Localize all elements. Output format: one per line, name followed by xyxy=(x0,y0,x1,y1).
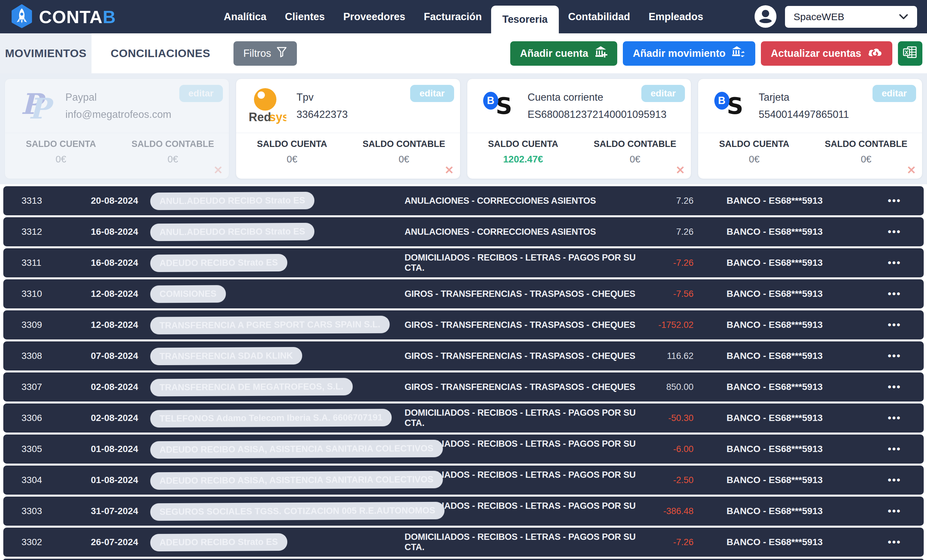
row-menu-button[interactable]: ••• xyxy=(865,195,924,206)
movement-id: 3307 xyxy=(3,382,91,392)
close-icon[interactable]: ✕ xyxy=(676,164,685,177)
movement-amount: 7.26 xyxy=(644,227,693,237)
nav-tab-tesoreria[interactable]: Tesoreria xyxy=(491,6,559,33)
account-subtitle: 336422373 xyxy=(296,109,348,120)
row-menu-button[interactable]: ••• xyxy=(865,226,924,237)
close-icon[interactable]: ✕ xyxy=(907,164,916,177)
paypal-icon: P P xyxy=(15,90,56,122)
table-row: 3305 01-08-2024 ADEUDO RECIBO ASISA, ASI… xyxy=(3,434,924,464)
movement-date: 31-07-2024 xyxy=(91,506,150,516)
movement-id: 3313 xyxy=(3,196,91,206)
ellipsis-icon: ••• xyxy=(888,537,901,548)
redacted-concept: TRANSFERENCIA SDAD KLINK xyxy=(150,347,302,365)
add-account-button[interactable]: Añadir cuenta xyxy=(510,41,617,66)
svg-text:P: P xyxy=(29,92,54,122)
refresh-accounts-button[interactable]: Actualizar cuentas xyxy=(761,41,892,66)
redacted-concept: ADEUDO RECIBO Strato ES xyxy=(150,253,287,272)
sub-toolbar: MOVIMIENTOS CONCILIACIONES Filtros Añadi… xyxy=(0,33,927,73)
movement-category: ANULACIONES - CORRECCIONES ASIENTOS xyxy=(404,196,644,206)
saldo-cuenta-value: 1202.47€ xyxy=(467,154,579,165)
saldo-cuenta-label: SALDO CUENTA xyxy=(467,139,579,149)
ellipsis-icon: ••• xyxy=(888,195,901,206)
table-row: 3309 12-08-2024 TRANSFERENCIA A PGRE SPO… xyxy=(3,310,924,340)
ellipsis-icon: ••• xyxy=(888,319,901,331)
row-menu-button[interactable]: ••• xyxy=(865,505,924,517)
ellipsis-icon: ••• xyxy=(888,257,901,269)
table-row: 3304 01-08-2024 ADEUDO RECIBO ASISA, ASI… xyxy=(3,466,924,495)
nav-tab-clientes[interactable]: Clientes xyxy=(276,0,334,33)
redacted-concept: ADEUDO RECIBO ASISA, ASISTENCIA SANITARI… xyxy=(150,470,443,490)
table-row: 3313 20-08-2024 ANUL.ADEUDO RECIBO Strat… xyxy=(3,186,924,215)
ellipsis-icon: ••• xyxy=(888,351,901,361)
movement-concept: ADEUDO RECIBO Strato ES xyxy=(150,534,404,551)
movement-concept: TRANSFERENCIA SDAD KLINK xyxy=(150,348,404,365)
table-row: 3308 07-08-2024 TRANSFERENCIA SDAD KLINK… xyxy=(3,341,924,370)
chevron-down-icon xyxy=(899,11,909,23)
movement-category: DOMICILIADOS - RECIBOS - LETRAS - PAGOS … xyxy=(404,532,644,552)
row-menu-button[interactable]: ••• xyxy=(865,381,924,393)
row-menu-button[interactable]: ••• xyxy=(865,413,924,423)
saldo-cuenta-value: 0€ xyxy=(5,154,117,165)
brand-name: CONTAB xyxy=(39,7,116,27)
redacted-concept: ADEUDO RECIBO Strato ES xyxy=(150,533,287,551)
movement-account: BANCO - ES68***5913 xyxy=(726,258,865,268)
tab-movimientos[interactable]: MOVIMIENTOS xyxy=(0,33,91,73)
redacted-concept: TRANSFERENCIA DE MEGATROFEOS, S.L. xyxy=(150,378,353,396)
row-menu-button[interactable]: ••• xyxy=(865,537,924,548)
movement-amount: 850.00 xyxy=(644,382,693,392)
movement-date: 01-08-2024 xyxy=(91,475,150,486)
ellipsis-icon: ••• xyxy=(888,381,901,393)
close-icon[interactable]: ✕ xyxy=(213,164,223,177)
movement-amount: -7.56 xyxy=(644,289,693,299)
person-icon xyxy=(755,5,777,29)
row-menu-button[interactable]: ••• xyxy=(865,351,924,361)
funnel-icon xyxy=(277,47,287,61)
edit-account-button[interactable]: editar xyxy=(641,85,685,102)
nav-tab-analítica[interactable]: Analítica xyxy=(215,0,276,33)
nav-tab-facturación[interactable]: Facturación xyxy=(415,0,491,33)
tab-conciliaciones[interactable]: CONCILIACIONES xyxy=(91,33,229,73)
edit-account-button[interactable]: editar xyxy=(179,85,223,102)
workspace-select[interactable]: SpaceWEB xyxy=(785,6,917,28)
edit-account-button[interactable]: editar xyxy=(872,85,916,102)
row-menu-button[interactable]: ••• xyxy=(865,319,924,331)
row-menu-button[interactable]: ••• xyxy=(865,443,924,455)
row-menu-button[interactable]: ••• xyxy=(865,257,924,269)
edit-account-button[interactable]: editar xyxy=(410,85,454,102)
movement-date: 02-08-2024 xyxy=(91,382,150,392)
redacted-concept: TRANSFERENCIA A PGRE SPORT CARS SPAIN S.… xyxy=(150,316,390,334)
movement-category: DOMICILIADOS - RECIBOS - LETRAS - PAGOS … xyxy=(404,253,644,273)
add-movement-button[interactable]: Añadir movimiento xyxy=(623,41,755,66)
close-icon[interactable]: ✕ xyxy=(445,164,454,177)
movement-category: ANULACIONES - CORRECCIONES ASIENTOS xyxy=(404,227,644,237)
nav-tab-contabilidad[interactable]: Contabilidad xyxy=(559,0,639,33)
movement-account: BANCO - ES68***5913 xyxy=(726,382,865,392)
table-row: 3302 26-07-2024 ADEUDO RECIBO Strato ES … xyxy=(3,528,924,557)
rocket-icon xyxy=(10,4,34,29)
row-menu-button[interactable]: ••• xyxy=(865,288,924,299)
saldo-cuenta-label: SALDO CUENTA xyxy=(5,139,117,149)
nav-tab-proveedores[interactable]: Proveedores xyxy=(334,0,415,33)
redacted-concept: TELEFONOS Adamo Telecom Iberia S.A. 6606… xyxy=(150,409,392,428)
filters-label: Filtros xyxy=(243,47,271,59)
add-movement-label: Añadir movimiento xyxy=(633,47,726,59)
excel-icon: X xyxy=(903,45,918,62)
movement-account: BANCO - ES68***5913 xyxy=(726,537,865,548)
saldo-contable-label: SALDO CONTABLE xyxy=(348,139,460,149)
table-row-partial xyxy=(3,558,924,560)
export-excel-button[interactable]: X xyxy=(898,41,922,66)
movement-account: BANCO - ES68***5913 xyxy=(726,196,865,206)
movement-concept: TRANSFERENCIA A PGRE SPORT CARS SPAIN S.… xyxy=(150,316,404,334)
movement-concept: ADEUDO RECIBO Strato ES xyxy=(150,254,404,272)
row-menu-button[interactable]: ••• xyxy=(865,475,924,486)
movement-date: 02-08-2024 xyxy=(91,413,150,423)
nav-tab-empleados[interactable]: Empleados xyxy=(639,0,712,33)
filters-button[interactable]: Filtros xyxy=(234,41,297,66)
cloud-sync-icon xyxy=(867,46,882,61)
movement-id: 3308 xyxy=(3,351,91,361)
app-logo[interactable]: CONTAB xyxy=(10,4,116,29)
movement-date: 12-08-2024 xyxy=(91,288,150,299)
main-nav: AnalíticaClientesProveedoresFacturaciónT… xyxy=(215,0,713,33)
saldo-contable-label: SALDO CONTABLE xyxy=(117,139,229,149)
user-avatar[interactable] xyxy=(755,6,777,28)
